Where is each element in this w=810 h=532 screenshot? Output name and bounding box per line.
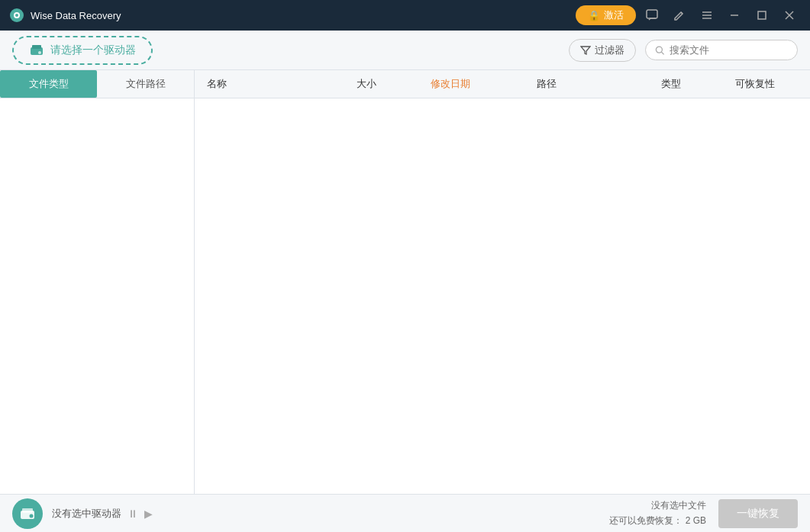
col-size: 大小 <box>350 70 425 98</box>
app-title: Wise Data Recovery <box>31 10 576 21</box>
search-box <box>645 40 798 60</box>
app-icon <box>9 8 24 23</box>
search-input[interactable] <box>670 44 788 56</box>
left-panel: 文件类型 文件路径 <box>0 70 195 494</box>
tab-file-type[interactable]: 文件类型 <box>0 70 97 98</box>
play-icon[interactable]: ▶ <box>144 508 153 520</box>
status-drive-icon <box>12 498 43 529</box>
col-recoverable: 可恢复性 <box>729 70 804 98</box>
search-icon <box>655 45 665 56</box>
select-drive-button[interactable]: 请选择一个驱动器 <box>12 36 153 65</box>
col-type: 类型 <box>655 70 730 98</box>
maximize-button[interactable] <box>750 5 773 25</box>
status-right: 没有选中文件 还可以免费恢复： 2 GB <box>609 499 706 527</box>
close-button[interactable] <box>778 5 801 25</box>
svg-point-18 <box>30 514 34 517</box>
status-left: 没有选中驱动器 <box>12 498 121 529</box>
edit-button[interactable] <box>668 5 691 25</box>
svg-point-2 <box>15 14 18 17</box>
select-drive-label: 请选择一个驱动器 <box>50 44 136 57</box>
svg-rect-8 <box>758 11 766 19</box>
recover-button[interactable]: 一键恢复 <box>718 499 798 528</box>
svg-rect-12 <box>32 45 41 49</box>
col-date: 修改日期 <box>424 70 530 98</box>
filter-button[interactable]: 过滤器 <box>569 39 636 62</box>
no-file-label: 没有选中文件 <box>651 499 706 512</box>
toolbar: 请选择一个驱动器 过滤器 <box>0 31 810 70</box>
col-name: 名称 <box>201 70 350 98</box>
filter-icon <box>580 45 591 56</box>
file-list-area: 名称 大小 修改日期 路径 类型 可恢复性 <box>195 70 810 494</box>
table-body <box>195 98 810 494</box>
tab-file-path[interactable]: 文件路径 <box>97 70 194 98</box>
svg-point-14 <box>656 47 662 53</box>
table-header: 名称 大小 修改日期 路径 类型 可恢复性 <box>195 70 810 98</box>
svg-point-13 <box>38 51 41 54</box>
col-path: 路径 <box>531 70 655 98</box>
no-drive-label: 没有选中驱动器 <box>52 507 121 521</box>
left-panel-content <box>0 98 194 494</box>
feedback-button[interactable] <box>641 5 663 25</box>
svg-rect-3 <box>647 10 657 18</box>
pause-icon[interactable]: ⏸ <box>127 508 138 520</box>
menu-button[interactable] <box>695 5 718 25</box>
free-recover-label: 还可以免费恢复： 2 GB <box>609 514 706 527</box>
drive-icon <box>29 43 44 58</box>
lock-icon: 🔒 <box>588 10 600 21</box>
minimize-button[interactable] <box>723 5 746 25</box>
tabs-header: 文件类型 文件路径 <box>0 70 194 98</box>
main-container: 文件类型 文件路径 名称 大小 修改日期 路径 类型 可恢复性 <box>0 70 810 494</box>
title-controls: 🔒 激活 <box>576 5 801 25</box>
activate-button[interactable]: 🔒 激活 <box>576 5 636 25</box>
svg-rect-17 <box>22 508 33 513</box>
title-bar: Wise Data Recovery 🔒 激活 <box>0 0 810 31</box>
status-bottom-icons: ⏸ ▶ <box>127 508 153 520</box>
svg-line-15 <box>661 52 663 54</box>
drive-status-icon <box>19 505 36 522</box>
status-bar: 没有选中驱动器 ⏸ ▶ 没有选中文件 还可以免费恢复： 2 GB 一键恢复 <box>0 494 810 532</box>
